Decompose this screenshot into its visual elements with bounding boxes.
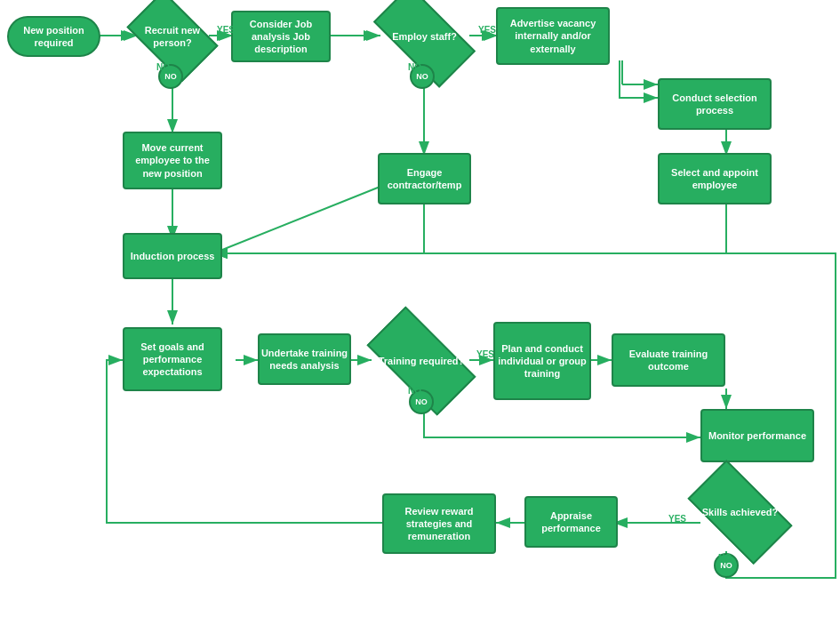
training-needs-node: Undertake training needs analysis <box>258 333 351 385</box>
review-reward-node: Review reward strategies and remuneratio… <box>382 493 496 554</box>
monitor-performance-node: Monitor performance <box>700 409 814 462</box>
no4-label: NO <box>718 553 732 563</box>
employ-node: Employ staff? <box>378 11 471 62</box>
flowchart: New position required Recruit new person… <box>0 0 840 617</box>
recruit-node: Recruit new person? <box>133 11 212 62</box>
no2-label: NO <box>408 62 421 72</box>
no3-label: NO <box>408 386 421 396</box>
yes3-label: YES <box>476 349 494 359</box>
set-goals-node: Set goals and performance expectations <box>123 327 222 391</box>
engage-contractor-node: Engage contractor/temp <box>378 153 471 204</box>
training-required-node: Training required? <box>372 333 471 389</box>
plan-training-node: Plan and conduct individual or group tra… <box>493 322 591 400</box>
no1-label: NO <box>156 62 170 72</box>
yes4-label: YES <box>668 514 686 524</box>
induction-node: Induction process <box>123 233 222 279</box>
yes2-label: YES <box>478 25 496 35</box>
select-appoint-node: Select and appoint employee <box>658 153 772 204</box>
evaluate-training-node: Evaluate training outcome <box>612 333 725 387</box>
consider-node: Consider Job analysis Job description <box>231 11 331 62</box>
advertise-node: Advertise vacancy internally and/or exte… <box>496 7 610 65</box>
conduct-selection-node: Conduct selection process <box>658 78 772 130</box>
move-employee-node: Move current employee to the new positio… <box>123 132 222 189</box>
skills-achieved-node: Skills achieved? <box>693 485 787 540</box>
new-position-node: New position required <box>7 16 100 57</box>
yes1-label: YES <box>217 25 235 35</box>
appraise-node: Appraise performance <box>524 496 618 548</box>
